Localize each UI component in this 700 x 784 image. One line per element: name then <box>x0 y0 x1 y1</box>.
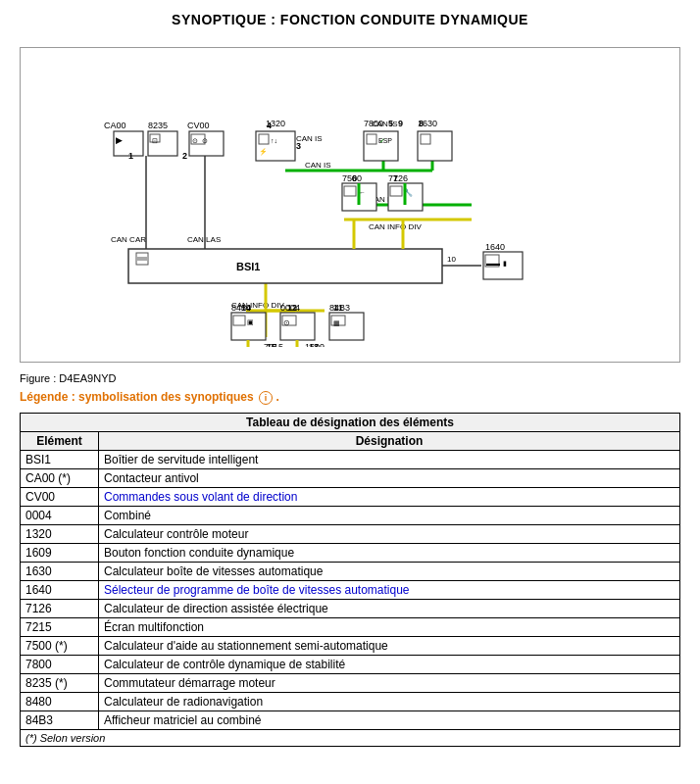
svg-text:CAN INFO DIV: CAN INFO DIV <box>369 222 422 231</box>
element-cell: 7126 <box>21 599 99 617</box>
svg-text:⚡: ⚡ <box>259 147 268 156</box>
table-wrapper: Tableau de désignation des éléments Elém… <box>20 413 680 747</box>
table-row: 7500 (*)Calculateur d'aide au stationnem… <box>21 636 680 655</box>
svg-rect-84 <box>329 313 364 340</box>
element-cell: 8480 <box>21 692 99 710</box>
designation-cell: Calculateur de radionavigation <box>99 692 680 710</box>
svg-text:12: 12 <box>287 303 297 313</box>
svg-text:BSI1: BSI1 <box>236 261 260 272</box>
legende: Légende : symbolisation des synoptiques … <box>20 390 680 405</box>
element-cell: 0004 <box>21 506 99 524</box>
table-row: 7800Calculateur de contrôle dynamique de… <box>21 655 680 673</box>
footnote-cell: (*) Selon version <box>21 729 680 746</box>
table-row: CA00 (*)Contacteur antivol <box>21 468 680 487</box>
element-cell: 7215 <box>21 617 99 636</box>
svg-rect-18 <box>128 249 442 283</box>
table-row: 0004Combiné <box>21 506 680 524</box>
element-cell: 1630 <box>21 562 99 580</box>
svg-text:CAN IS: CAN IS <box>372 120 398 128</box>
svg-text:1: 1 <box>128 151 133 161</box>
svg-text:CAN CAR: CAN CAR <box>111 235 146 244</box>
table-row: 8235 (*)Commutateur démarrage moteur <box>21 673 680 692</box>
col-element-header: Elément <box>21 431 99 450</box>
table-row: 1609Bouton fonction conduite dynamique <box>21 543 680 562</box>
element-cell: 1640 <box>21 580 99 599</box>
table-row: 1320Calculateur contrôle moteur <box>21 524 680 543</box>
table-row: 1630Calculateur boîte de vitesses automa… <box>21 562 680 580</box>
table-row: 7215Écran multifonction <box>21 617 680 636</box>
designation-cell: Calculateur de contrôle dynamique de sta… <box>99 655 680 673</box>
designation-cell: Bouton fonction conduite dynamique <box>99 543 680 562</box>
designation-cell: Combiné <box>99 506 680 524</box>
designation-cell: Calculateur contrôle moteur <box>99 524 680 543</box>
svg-text:▶: ▶ <box>116 135 123 145</box>
element-cell: CA00 (*) <box>21 468 99 487</box>
diagram-container: .comp-box { fill: white; stroke: #333; s… <box>20 47 680 363</box>
designation-cell: Calculateur d'aide au stationnement semi… <box>99 636 680 655</box>
svg-text:1640: 1640 <box>485 242 505 252</box>
svg-text:▮: ▮ <box>503 260 507 267</box>
info-icon: i <box>259 391 273 405</box>
table-row: CV00Commandes sous volant de direction <box>21 487 680 506</box>
svg-rect-25 <box>256 131 295 161</box>
element-cell: 1609 <box>21 543 99 562</box>
table-caption: Tableau de désignation des éléments <box>21 413 680 431</box>
designation-cell: Contacteur antivol <box>99 468 680 487</box>
designation-cell: Boîtier de servitude intelligent <box>99 450 680 468</box>
svg-text:CV00: CV00 <box>187 121 210 130</box>
svg-text:5: 5 <box>388 119 393 128</box>
designation-cell: Commandes sous volant de direction <box>99 487 680 506</box>
svg-text:14: 14 <box>241 303 251 313</box>
element-cell: 8235 (*) <box>21 673 99 692</box>
svg-text:CAN IS: CAN IS <box>305 161 331 170</box>
col-designation-header: Désignation <box>99 431 680 450</box>
designation-cell: Commutateur démarrage moteur <box>99 673 680 692</box>
element-cell: BSI1 <box>21 450 99 468</box>
svg-text:10: 10 <box>447 255 456 264</box>
svg-text:⊙: ⊙ <box>283 318 290 327</box>
svg-rect-33 <box>364 131 398 161</box>
table-row: 84B3Afficheur matriciel au combiné <box>21 710 680 729</box>
svg-text:▣: ▣ <box>247 318 254 325</box>
designation-cell: Écran multifonction <box>99 617 680 636</box>
svg-text:↑↓: ↑↓ <box>271 137 277 144</box>
svg-text:2: 2 <box>182 151 187 161</box>
table-row: 8480Calculateur de radionavigation <box>21 692 680 710</box>
elements-table: Tableau de désignation des éléments Elém… <box>20 413 680 747</box>
svg-text:7: 7 <box>393 173 398 183</box>
svg-text:⊙: ⊙ <box>192 137 198 144</box>
svg-text:8: 8 <box>419 119 424 128</box>
designation-cell: Sélecteur de programme de boîte de vites… <box>99 580 680 599</box>
designation-cell: Calculateur boîte de vitesses automatiqu… <box>99 562 680 580</box>
table-row: BSI1Boîtier de servitude intelligent <box>21 450 680 468</box>
table-header-row: Elément Désignation <box>21 431 680 450</box>
designation-cell: Calculateur de direction assistée électr… <box>99 599 680 617</box>
svg-text:✓: ✓ <box>379 137 385 144</box>
element-cell: 7500 (*) <box>21 636 99 655</box>
svg-text:▦: ▦ <box>333 319 340 326</box>
element-cell: CV00 <box>21 487 99 506</box>
svg-text:9: 9 <box>398 119 403 128</box>
svg-text:4: 4 <box>267 121 272 130</box>
figure-label: Figure : D4EA9NYD <box>20 372 680 384</box>
svg-rect-74 <box>231 313 266 340</box>
svg-text:15: 15 <box>267 342 276 347</box>
svg-text:8235: 8235 <box>148 121 168 130</box>
svg-text:CA00: CA00 <box>104 121 126 130</box>
table-row: 7126Calculateur de direction assistée él… <box>21 599 680 617</box>
svg-text:3: 3 <box>296 141 301 151</box>
element-cell: 1320 <box>21 524 99 543</box>
svg-text:7126: 7126 <box>388 173 408 183</box>
page-title: SYNOPTIQUE : FONCTION CONDUITE DYNAMIQUE <box>0 0 700 37</box>
svg-text:13: 13 <box>309 342 319 347</box>
designation-cell: Afficheur matriciel au combiné <box>99 710 680 729</box>
table-title-row: Tableau de désignation des éléments <box>21 413 680 431</box>
svg-text:⊙: ⊙ <box>202 137 208 144</box>
svg-rect-38 <box>418 131 452 161</box>
svg-text:CAN LAS: CAN LAS <box>187 235 221 244</box>
table-row: 1640Sélecteur de programme de boîte de v… <box>21 580 680 599</box>
svg-text:6: 6 <box>352 173 357 183</box>
svg-text:11: 11 <box>333 303 343 313</box>
element-cell: 84B3 <box>21 710 99 729</box>
footnote-row: (*) Selon version <box>21 729 680 746</box>
